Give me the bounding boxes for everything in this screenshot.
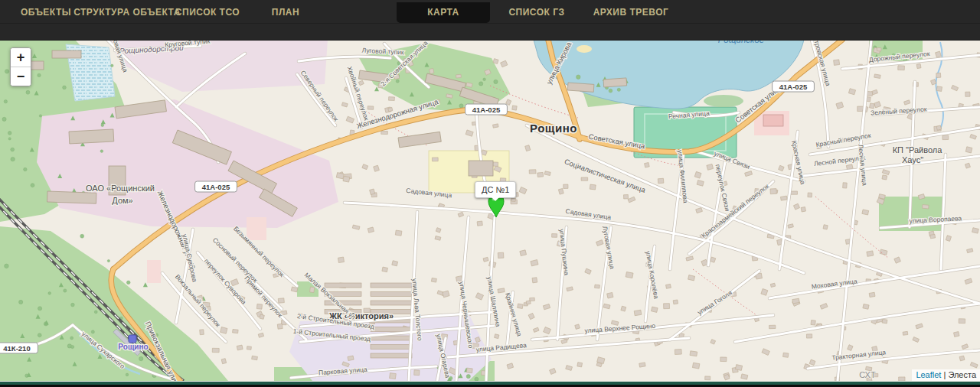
tab-tso-list[interactable]: СПИСОК ТСО [175,2,240,23]
road-ref-badge: 41К-210 [0,343,38,353]
map-label: КП "Райвола [893,145,943,154]
zoom-out-button[interactable]: − [11,67,31,86]
map-label: СХТ [859,370,876,379]
map-attribution: Leaflet | Элеста [912,369,980,381]
railway-station-icon [129,335,136,343]
road-ref-badge: 41А-025 [195,181,237,192]
zoom-in-button[interactable]: + [11,48,31,67]
tab-gz-list[interactable]: СПИСОК ГЗ [508,2,564,23]
attribution-provider: Элеста [948,370,976,379]
svg-text:41А-025: 41А-025 [779,83,808,91]
leaflet-link[interactable]: Leaflet [916,370,941,379]
map-zoom-control: + − [10,47,31,86]
map-label: ОАО «Рощинский [86,184,155,193]
svg-text:41К-210: 41К-210 [3,344,30,353]
map-label: Дом» [112,196,132,205]
tab-alarm-archive[interactable]: АРХИВ ТРЕВОГ [593,2,669,23]
map-label: Рощино [118,343,148,351]
tab-object-structure[interactable]: СТРУКТУРА ОБЪЕКТА [74,2,181,23]
map-container[interactable]: РощиноРощинскоеСоветская улицаСоветская … [0,40,980,381]
map-label: Рощино [530,122,577,135]
top-nav: ОБЪЕКТЫ СТРУКТУРА ОБЪЕКТА СПИСОК ТСО ПЛА… [0,0,980,41]
tab-plan[interactable]: ПЛАН [272,2,299,23]
application-window: ОБЪЕКТЫ СТРУКТУРА ОБЪЕКТА СПИСОК ТСО ПЛА… [0,0,980,387]
bottom-bar [0,381,980,387]
map-label: Хаус" [902,155,923,164]
svg-text:41А-025: 41А-025 [202,183,230,191]
svg-text:41А-025: 41А-025 [472,106,501,114]
marker-tooltip: ДС №1 [475,181,516,198]
tab-objects[interactable]: ОБЪЕКТЫ [21,2,71,23]
road-ref-badge: 41А-025 [466,104,508,115]
tab-map[interactable]: КАРТА [397,2,490,23]
road-ref-badge: 41А-025 [773,81,815,92]
